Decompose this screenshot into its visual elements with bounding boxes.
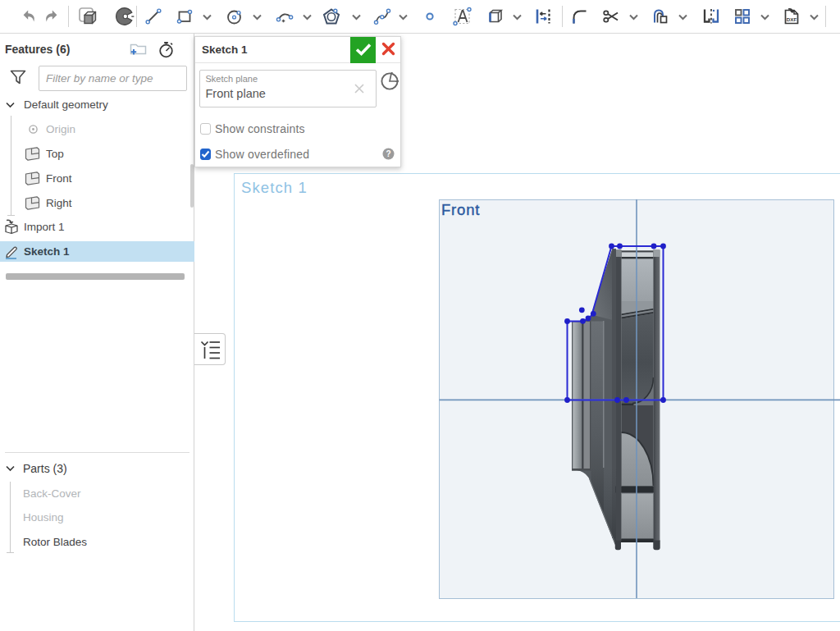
trim-dropdown-button[interactable] bbox=[628, 11, 638, 21]
filter-funnel-icon[interactable] bbox=[10, 70, 26, 88]
trim-icon bbox=[601, 7, 621, 26]
chevron-down-icon bbox=[253, 9, 262, 24]
revolve-tool-button[interactable] bbox=[113, 6, 135, 27]
feature-item-default-geometry[interactable]: Default geometry bbox=[0, 94, 194, 115]
rectangle-dropdown-button[interactable] bbox=[202, 11, 212, 21]
dxf-dropdown-button[interactable] bbox=[809, 11, 819, 21]
feature-item-top[interactable]: Top bbox=[0, 144, 194, 164]
offset-icon bbox=[651, 7, 670, 26]
stopwatch-icon[interactable] bbox=[158, 40, 175, 62]
part-item-back-cover[interactable]: Back-Cover bbox=[0, 483, 194, 504]
tree-chevron-icon[interactable] bbox=[6, 465, 15, 472]
part-item-housing[interactable]: Housing bbox=[0, 507, 194, 528]
tree-chevron-icon[interactable] bbox=[6, 102, 15, 108]
toolbar-separator bbox=[136, 6, 137, 27]
chevron-down-icon bbox=[678, 9, 687, 24]
feature-item-origin[interactable]: Origin bbox=[0, 119, 194, 139]
extrude-tool-button[interactable] bbox=[77, 6, 98, 27]
chevron-down-icon bbox=[303, 9, 312, 24]
clock-icon[interactable] bbox=[381, 72, 399, 94]
dimension-tool-button[interactable] bbox=[532, 6, 554, 27]
plane-icon bbox=[25, 171, 40, 186]
rollback-bar[interactable] bbox=[6, 273, 185, 280]
rectangle-tool-button[interactable] bbox=[174, 6, 195, 27]
rectangle-icon bbox=[175, 7, 194, 26]
mirror-tool-button[interactable] bbox=[701, 6, 722, 27]
checkbox-label: Show constraints bbox=[215, 122, 305, 135]
use-dropdown-button[interactable] bbox=[512, 11, 522, 21]
add-folder-icon[interactable] bbox=[130, 42, 147, 59]
parts-header[interactable]: Parts (3) bbox=[0, 458, 194, 478]
svg-text:?: ? bbox=[386, 149, 390, 158]
accept-button[interactable] bbox=[350, 37, 376, 63]
use-icon bbox=[485, 7, 504, 26]
pattern-tool-button[interactable] bbox=[732, 6, 753, 27]
spline-dropdown-button[interactable] bbox=[398, 11, 408, 21]
point-icon bbox=[420, 7, 440, 26]
chevron-down-icon bbox=[203, 9, 212, 24]
offset-dropdown-button[interactable] bbox=[678, 11, 687, 21]
pattern-dropdown-button[interactable] bbox=[760, 11, 769, 21]
circle-icon bbox=[225, 7, 244, 26]
trim-tool-button[interactable] bbox=[600, 6, 622, 27]
checkbox-checked[interactable] bbox=[200, 149, 212, 160]
polygon-dropdown-button[interactable] bbox=[351, 11, 361, 21]
origin-icon bbox=[28, 124, 39, 135]
circle-tool-button[interactable] bbox=[224, 6, 245, 27]
polygon-tool-button[interactable] bbox=[321, 6, 342, 27]
parts-connector-end bbox=[7, 552, 14, 553]
part-item-rotor-blades[interactable]: Rotor Blades bbox=[0, 532, 194, 552]
fillet-tool-button[interactable] bbox=[569, 6, 591, 27]
part-item-label: Housing bbox=[23, 511, 64, 524]
arc-dropdown-button[interactable] bbox=[302, 11, 312, 21]
toolbar-separator bbox=[825, 6, 826, 27]
circle-dropdown-button[interactable] bbox=[252, 11, 262, 21]
panel-scrollbar[interactable] bbox=[190, 164, 194, 208]
filter-input[interactable] bbox=[39, 66, 187, 91]
show-constraints-checkbox-row[interactable]: Show constraints bbox=[200, 122, 305, 135]
spline-tool-button[interactable] bbox=[372, 6, 393, 27]
chevron-down-icon bbox=[760, 9, 769, 24]
filter-row bbox=[0, 66, 194, 92]
checkbox-unchecked[interactable] bbox=[200, 123, 212, 135]
panel-collapse-button[interactable] bbox=[194, 333, 226, 365]
cancel-button[interactable] bbox=[377, 37, 399, 63]
use-tool-button[interactable] bbox=[484, 6, 505, 27]
sketch-plane-field[interactable]: Sketch plane Front plane bbox=[199, 70, 377, 107]
redo-tool-button[interactable] bbox=[40, 6, 62, 27]
feature-item-label: Default geometry bbox=[24, 98, 108, 111]
feature-item-label: Front bbox=[46, 172, 72, 185]
dxf-icon: DXF bbox=[782, 7, 801, 26]
chevron-down-icon bbox=[399, 9, 408, 24]
undo-tool-button[interactable] bbox=[19, 6, 40, 27]
dxf-tool-button[interactable]: DXF bbox=[781, 6, 802, 27]
chevron-down-icon bbox=[513, 9, 522, 24]
offset-tool-button[interactable] bbox=[650, 6, 671, 27]
sketch-plane-field-label: Sketch plane bbox=[206, 74, 258, 84]
features-panel-header: Features (6) bbox=[0, 39, 194, 61]
extrude-icon bbox=[77, 6, 98, 27]
show-overdefined-checkbox-row[interactable]: Show overdefined bbox=[200, 148, 310, 161]
part-item-label: Rotor Blades bbox=[23, 536, 87, 548]
feature-item-label: Sketch 1 bbox=[24, 245, 70, 258]
feature-item-front[interactable]: Front bbox=[0, 168, 194, 189]
close-icon bbox=[381, 42, 395, 58]
pattern-icon bbox=[733, 7, 752, 26]
tree-connector-end bbox=[7, 215, 15, 216]
arc-tool-button[interactable] bbox=[274, 6, 295, 27]
features-panel-title: Features (6) bbox=[5, 43, 70, 56]
feature-item-import-1[interactable]: Import 1 bbox=[0, 217, 194, 237]
clear-selection-icon[interactable] bbox=[353, 82, 366, 95]
line-tool-button[interactable] bbox=[143, 6, 164, 27]
point-tool-button[interactable] bbox=[419, 6, 441, 27]
feature-item-sketch-1[interactable]: Sketch 1 bbox=[0, 241, 194, 262]
arc-icon bbox=[275, 7, 294, 26]
feature-item-right[interactable]: Right bbox=[0, 193, 194, 213]
toolbar-separator bbox=[562, 6, 563, 27]
help-icon[interactable]: ? bbox=[382, 148, 395, 163]
text-icon bbox=[452, 6, 473, 27]
redo-icon bbox=[41, 7, 61, 26]
checkbox-label: Show overdefined bbox=[215, 148, 309, 161]
spline-icon bbox=[372, 7, 392, 26]
text-tool-button[interactable] bbox=[452, 6, 473, 27]
